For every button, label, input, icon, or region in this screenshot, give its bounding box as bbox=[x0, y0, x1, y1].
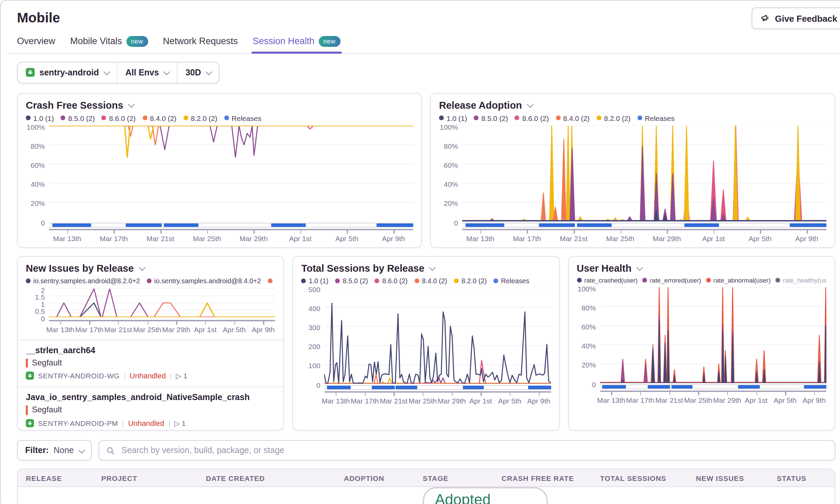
user-health-panel: User Health rate_crashed(user) rate_erro… bbox=[568, 256, 835, 431]
release-bar bbox=[125, 223, 162, 227]
column-header-crash-free-rate[interactable]: CRASH FREE RATE bbox=[493, 474, 592, 482]
x-axis-tick bbox=[263, 321, 264, 324]
column-header-project[interactable]: PROJECT bbox=[93, 474, 198, 482]
issues-list: __strlen_aarch64 Segfault SENTRY-ANDROID… bbox=[26, 339, 276, 429]
plot-area[interactable] bbox=[462, 125, 826, 221]
x-axis-labels: Mar 13thMar 17thMar 21stMar 25thMar 29th… bbox=[600, 396, 826, 404]
legend-dot bbox=[474, 115, 479, 120]
legend-item-8-2-0-2[interactable]: 8.2.0 (2) bbox=[596, 114, 630, 122]
chevron-down-icon[interactable] bbox=[429, 264, 436, 271]
releases-minimap[interactable] bbox=[600, 384, 826, 389]
legend-item-8-2-0-2[interactable]: 8.2.0 (2) bbox=[454, 277, 487, 284]
issue-title[interactable]: __strlen_aarch64 bbox=[26, 345, 276, 355]
column-header-status[interactable]: STATUS bbox=[769, 474, 835, 482]
tab-session-health[interactable]: Session Health new bbox=[253, 36, 340, 53]
legend-item-8-5-0-2[interactable]: 8.5.0 (2) bbox=[474, 114, 508, 122]
x-axis-label: Apr 5th bbox=[774, 396, 797, 404]
search-input[interactable] bbox=[120, 445, 828, 456]
releases-minimap[interactable] bbox=[325, 385, 551, 390]
legend-item-8-6-0-2[interactable]: 8.6.0 (2) bbox=[375, 277, 408, 284]
y-axis-label: 40% bbox=[581, 342, 596, 350]
column-header-new-issues[interactable]: NEW ISSUES bbox=[688, 474, 769, 482]
x-axis-label: Mar 21st bbox=[655, 396, 683, 404]
legend-item-releases[interactable]: Releases bbox=[637, 114, 675, 122]
column-header-release[interactable]: RELEASE bbox=[18, 474, 93, 482]
x-axis-label: Apr 5th bbox=[335, 234, 358, 242]
x-axis-tick bbox=[539, 392, 540, 396]
y-axis-label: 200 bbox=[309, 342, 320, 350]
chevron-down-icon[interactable] bbox=[527, 101, 533, 108]
x-axis-tick bbox=[807, 230, 808, 233]
plot-area[interactable] bbox=[49, 125, 413, 221]
x-axis-labels: Mar 13thMar 17thMar 21stMar 25thMar 29th… bbox=[49, 234, 413, 243]
legend-dot bbox=[102, 115, 106, 120]
issue-item[interactable]: __strlen_aarch64 Segfault SENTRY-ANDROID… bbox=[18, 339, 284, 381]
legend-item-io-sentry-samp[interactable]: io.sentry.samp bbox=[268, 277, 276, 285]
release-bar bbox=[377, 223, 413, 227]
release-bar bbox=[602, 385, 626, 388]
y-axis-label: 40% bbox=[444, 180, 458, 188]
legend-item-io-sentry-samples-android-8-2-0-2[interactable]: io.sentry.samples.android@8.2.0+2 bbox=[26, 277, 140, 285]
legend-item-releases[interactable]: Releases bbox=[224, 114, 262, 122]
issue-item[interactable]: Java_io_sentry_samples_android_NativeSam… bbox=[18, 387, 284, 429]
y-axis-label: 80% bbox=[444, 142, 458, 150]
legend-item-8-6-0-2[interactable]: 8.6.0 (2) bbox=[515, 114, 549, 122]
legend-item-1-0-1[interactable]: 1.0 (1) bbox=[301, 277, 329, 284]
releases-minimap[interactable] bbox=[49, 222, 413, 227]
search-box[interactable] bbox=[98, 440, 835, 461]
legend-item-1-0-1[interactable]: 1.0 (1) bbox=[439, 114, 467, 122]
chevron-down-icon[interactable] bbox=[636, 264, 643, 271]
legend-item-8-5-0-2[interactable]: 8.5.0 (2) bbox=[335, 277, 368, 284]
issue-type: Segfault bbox=[26, 406, 276, 415]
chevron-down-icon[interactable] bbox=[139, 264, 145, 271]
total-sessions-chart: 1.0 (1) 8.5.0 (2) 8.6.0 (2) 8.4.0 (2) 8.… bbox=[301, 277, 551, 405]
date-range-selector[interactable]: 30D bbox=[177, 62, 219, 83]
legend-item-rate-errored-user[interactable]: rate_errored(user) bbox=[642, 277, 701, 284]
legend-item-io-sentry-samples-android-8-4-0-2[interactable]: io.sentry.samples.android@8.4.0+2 bbox=[147, 277, 261, 285]
y-axis-label: 500 bbox=[309, 285, 320, 293]
chart-title: User Health bbox=[577, 263, 631, 273]
legend-dot bbox=[61, 115, 66, 120]
chart-legend: io.sentry.samples.android@8.2.0+2 io.sen… bbox=[26, 277, 276, 285]
legend-item-rate-abnormal-user[interactable]: rate_abnormal(user) bbox=[706, 277, 770, 284]
release-adoption-panel: Release Adoption 1.0 (1) 8.5.0 (2) 8.6.0… bbox=[430, 93, 835, 248]
chevron-down-icon[interactable] bbox=[128, 101, 135, 108]
plot-area[interactable] bbox=[49, 288, 276, 317]
tab-mobile-vitals[interactable]: Mobile Vitals new bbox=[70, 36, 148, 53]
column-header-date-created[interactable]: DATE CREATED bbox=[198, 474, 336, 482]
legend-dot bbox=[414, 278, 419, 283]
legend-item-rate-healthy-user[interactable]: rate_healthy(user) bbox=[775, 277, 826, 284]
x-axis-label: Apr 5th bbox=[498, 396, 521, 404]
table-row[interactable]: 8.7.0 (2) sentry-android Apr 9, 2025 4:2… bbox=[18, 487, 835, 504]
column-header-total-sessions[interactable]: TOTAL SESSIONS bbox=[592, 474, 688, 482]
give-feedback-button[interactable]: Give Feedback bbox=[752, 7, 840, 29]
legend-item-releases[interactable]: Releases bbox=[493, 277, 529, 284]
tab-overview[interactable]: Overview bbox=[17, 36, 55, 53]
filter-button[interactable]: Filter: None bbox=[17, 440, 91, 461]
user-health-chart: rate_crashed(user) rate_errored(user) ra… bbox=[577, 277, 826, 404]
legend-dot bbox=[183, 115, 188, 120]
environment-selector[interactable]: All Envs bbox=[117, 62, 177, 83]
plot-area[interactable] bbox=[325, 288, 551, 383]
legend-item-8-4-0-2[interactable]: 8.4.0 (2) bbox=[142, 114, 176, 122]
legend-item-8-6-0-2[interactable]: 8.6.0 (2) bbox=[102, 114, 136, 122]
y-axis-label: 60% bbox=[581, 323, 596, 331]
legend-item-rate-crashed-user[interactable]: rate_crashed(user) bbox=[577, 277, 637, 284]
legend-item-8-5-0-2[interactable]: 8.5.0 (2) bbox=[61, 114, 95, 122]
legend-item-8-4-0-2[interactable]: 8.4.0 (2) bbox=[556, 114, 590, 122]
x-axis-label: Mar 21st bbox=[146, 234, 174, 242]
plot-area[interactable] bbox=[600, 287, 826, 383]
table-body: 8.7.0 (2) sentry-android Apr 9, 2025 4:2… bbox=[18, 487, 835, 504]
legend-item-8-2-0-2[interactable]: 8.2.0 (2) bbox=[183, 114, 217, 122]
tab-network-requests[interactable]: Network Requests bbox=[163, 36, 238, 53]
releases-minimap[interactable] bbox=[462, 222, 826, 227]
issue-title[interactable]: Java_io_sentry_samples_android_NativeSam… bbox=[26, 393, 276, 402]
new-issues-chart: io.sentry.samples.android@8.2.0+2 io.sen… bbox=[26, 277, 276, 334]
y-axis-label: 0 bbox=[41, 218, 45, 227]
legend-item-8-4-0-2[interactable]: 8.4.0 (2) bbox=[414, 277, 447, 284]
project-selector[interactable]: sentry-android bbox=[18, 62, 117, 83]
legend-item-1-0-1[interactable]: 1.0 (1) bbox=[26, 114, 54, 122]
column-header-stage[interactable]: STAGE bbox=[415, 474, 493, 482]
legend-dot bbox=[439, 115, 444, 120]
column-header-adoption[interactable]: ADOPTION bbox=[336, 474, 415, 482]
